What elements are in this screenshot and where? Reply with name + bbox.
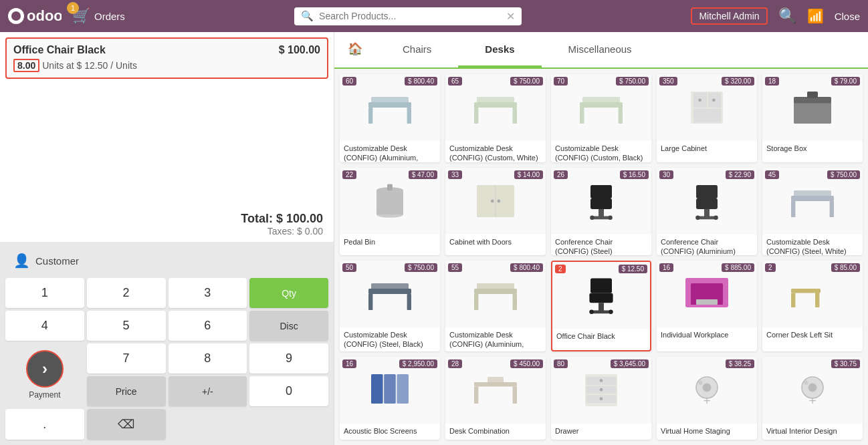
svg-rect-66 — [815, 289, 819, 307]
product-card[interactable]: 33 $ 14.00 Cabinet with Doors — [445, 168, 546, 256]
product-name: Customizable Desk (CONFIG) (Custom, Whit… — [449, 144, 542, 162]
product-card[interactable]: 80 $ 3,645.00 Drawer — [551, 357, 651, 440]
tab-home[interactable]: 🏠 — [334, 32, 376, 67]
user-button[interactable]: Mitchell Admin — [691, 7, 767, 25]
payment-button[interactable]: › — [26, 350, 64, 388]
orders-button[interactable]: 1 🛒 Orders — [72, 7, 125, 25]
tab-miscellaneous-label: Miscellaneous — [568, 43, 632, 55]
numpad-9[interactable]: 9 — [249, 343, 328, 374]
product-price-badge: $ 22.90 — [726, 170, 754, 179]
search-bar: 🔍 ✕ — [294, 7, 522, 25]
numpad-plusminus[interactable]: +/- — [169, 376, 247, 406]
order-item-unit-price: Units at $ 12.50 / Units — [42, 60, 137, 71]
svg-rect-5 — [407, 108, 411, 124]
product-card[interactable]: 70 $ 750.00 Customizable Desk (CONFIG) (… — [551, 74, 651, 162]
customer-button[interactable]: 👤 Customer — [5, 247, 328, 274]
product-stock-badge: 30 — [659, 170, 673, 179]
product-info: Office Chair Black — [552, 329, 650, 345]
svg-rect-21 — [794, 102, 831, 124]
product-card[interactable]: 60 $ 800.40 Customizable Desk (CONFIG) (… — [340, 74, 440, 162]
svg-rect-4 — [368, 108, 372, 124]
close-button[interactable]: Close — [835, 11, 860, 22]
product-price-badge: $ 79.00 — [831, 77, 860, 86]
numpad-0[interactable]: 0 — [249, 376, 328, 406]
product-card[interactable]: 45 $ 750.00 Customizable Desk (CONFIG) (… — [762, 168, 863, 256]
product-card[interactable]: 30 $ 22.90 Conference Chair (CONFIG) (Al… — [657, 168, 757, 256]
svg-rect-55 — [477, 283, 514, 290]
product-info: Customizable Desk (CONFIG) (Custom, Blac… — [551, 141, 651, 162]
product-card[interactable]: 55 $ 800.40 Customizable Desk (CONFIG) (… — [445, 261, 546, 351]
svg-rect-72 — [474, 386, 478, 404]
product-info: Drawer — [551, 424, 651, 440]
product-price-badge: $ 750.00 — [405, 263, 437, 272]
numpad-qty[interactable]: Qty — [249, 278, 328, 308]
product-card[interactable]: $ 38.25 + Virtual Home Staging — [657, 357, 757, 440]
product-price-badge: $ 885.00 — [722, 263, 754, 272]
product-card[interactable]: $ 30.75 + Virtual Interior Design — [762, 357, 863, 440]
numpad-2[interactable]: 2 — [87, 278, 166, 308]
bottom-panel: 👤 Customer 1 2 3 Qty 4 5 6 Disc — [0, 242, 334, 445]
left-panel: Office Chair Black $ 100.00 8.00 Units a… — [0, 32, 334, 445]
product-price-badge: $ 85.00 — [831, 263, 860, 272]
numpad-price[interactable]: Price — [87, 376, 166, 406]
product-card[interactable]: 50 $ 750.00 Customizable Desk (CONFIG) (… — [340, 261, 440, 351]
tab-miscellaneous[interactable]: Miscellaneous — [542, 32, 659, 67]
product-card[interactable]: 2 $ 85.00 Corner Desk Left Sit — [762, 261, 863, 351]
product-card[interactable]: 350 $ 320.00 Large Cabinet — [657, 74, 757, 162]
svg-point-31 — [497, 199, 500, 202]
order-item-qty: 8.00 — [13, 59, 39, 72]
product-name: Office Chair Black — [556, 331, 646, 341]
search-input[interactable] — [319, 11, 501, 21]
product-stock-badge: 33 — [448, 170, 462, 179]
product-card[interactable]: 18 $ 79.00 Storage Box — [762, 74, 863, 162]
payment-label: Payment — [29, 390, 60, 400]
taxes-label: Taxes: — [267, 226, 294, 237]
product-card[interactable]: 16 $ 885.00 Individual Workplace — [657, 261, 757, 351]
total-label: Total: — [241, 212, 273, 225]
search-clear-icon[interactable]: ✕ — [506, 10, 515, 23]
svg-rect-12 — [580, 108, 584, 124]
product-card[interactable]: 16 $ 2,950.00 Acoustic Bloc Screens — [340, 357, 440, 440]
numpad-7[interactable]: 7 — [87, 343, 166, 374]
svg-rect-25 — [376, 190, 403, 214]
svg-text:+: + — [808, 394, 816, 408]
product-card[interactable]: 2 $ 12.50 Office Chair Black — [551, 261, 651, 351]
product-stock-badge: 16 — [659, 263, 673, 272]
numpad-4[interactable]: 4 — [5, 311, 84, 341]
customer-label: Customer — [35, 255, 79, 267]
header: odoo 1 🛒 Orders 🔍 ✕ Mitchell Admin 🔍 📶 C… — [0, 0, 868, 32]
wifi-icon: 📶 — [807, 8, 824, 24]
order-total-line: Total: $ 100.00 — [11, 212, 323, 226]
product-stock-badge: 60 — [342, 77, 356, 86]
numpad-3[interactable]: 3 — [169, 278, 247, 308]
numpad-dot[interactable]: . — [5, 409, 84, 440]
svg-rect-67 — [791, 293, 795, 308]
product-card[interactable]: 26 $ 16.50 Conference Chair (CONFIG) (St… — [551, 168, 651, 256]
category-tabs: 🏠 Chairs Desks Miscellaneous — [334, 32, 868, 69]
product-info: Customizable Desk (CONFIG) (Aluminium, W… — [445, 327, 546, 351]
product-info: Virtual Home Staging — [657, 424, 757, 440]
main-area: Office Chair Black $ 100.00 8.00 Units a… — [0, 32, 868, 445]
product-stock-badge: 26 — [554, 170, 568, 179]
svg-rect-32 — [590, 185, 612, 198]
product-card[interactable]: 65 $ 750.00 Customizable Desk (CONFIG) (… — [445, 74, 546, 162]
product-price-badge: $ 38.25 — [726, 359, 754, 368]
numpad-6[interactable]: 6 — [169, 311, 247, 341]
product-info: Customizable Desk (CONFIG) (Aluminium, B… — [340, 141, 440, 162]
numpad-1[interactable]: 1 — [5, 278, 84, 308]
product-info: Customizable Desk (CONFIG) (Steel, White… — [762, 235, 863, 256]
numpad-5[interactable]: 5 — [87, 311, 166, 341]
numpad-backspace[interactable]: ⌫ — [87, 409, 166, 440]
tab-desks[interactable]: Desks — [458, 32, 541, 67]
search-header-icon[interactable]: 🔍 — [778, 7, 796, 25]
product-card[interactable]: 28 $ 450.00 Desk Combination — [445, 357, 546, 440]
numpad-8[interactable]: 8 — [169, 343, 247, 374]
svg-rect-49 — [368, 294, 372, 310]
product-card[interactable]: 22 $ 47.00 Pedal Bin — [340, 168, 440, 256]
numpad-disc[interactable]: Disc — [249, 311, 328, 341]
product-name: Pedal Bin — [344, 237, 436, 247]
tab-chairs[interactable]: Chairs — [376, 32, 458, 67]
product-name: Customizable Desk (CONFIG) (Steel, White… — [766, 237, 859, 256]
product-price-badge: $ 12.50 — [619, 265, 647, 273]
order-item-card[interactable]: Office Chair Black $ 100.00 8.00 Units a… — [5, 37, 328, 79]
